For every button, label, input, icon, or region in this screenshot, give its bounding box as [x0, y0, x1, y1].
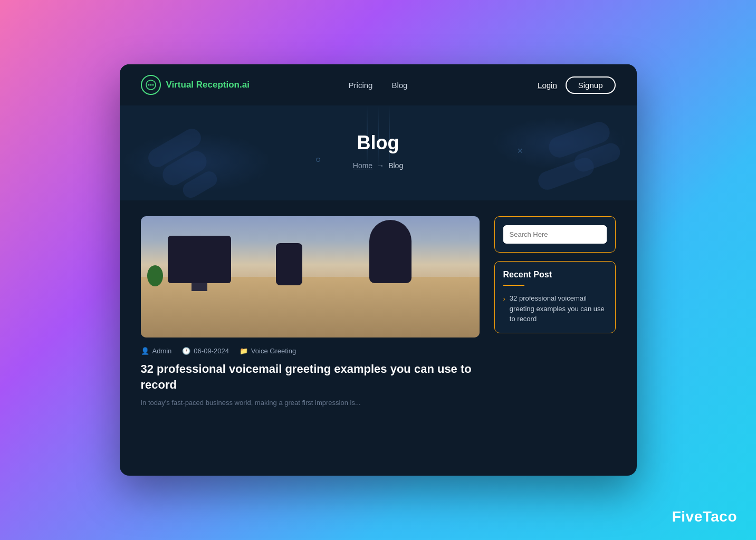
hero-title: Blog: [141, 132, 616, 154]
svg-point-1: [148, 84, 149, 86]
nav-actions: Login Signup: [538, 76, 615, 94]
fivetaco-watermark: FiveTaco: [672, 508, 737, 525]
meta-category: 📁 Voice Greeting: [240, 347, 296, 355]
chevron-right-icon: ›: [503, 294, 505, 304]
logo: Virtual Reception.ai: [141, 75, 250, 95]
nav-blog[interactable]: Blog: [391, 81, 407, 90]
article-title: 32 professional voicemail greeting examp…: [141, 361, 480, 392]
person-silhouette: [369, 220, 412, 283]
article-section: 👤 Admin 🕐 06-09-2024 📁 Voice Greeting 32…: [141, 216, 480, 408]
monitor: [168, 236, 231, 283]
article-image: [141, 216, 480, 338]
content-area: 👤 Admin 🕐 06-09-2024 📁 Voice Greeting 32…: [120, 200, 637, 424]
meta-author: 👤 Admin: [141, 347, 172, 355]
browser-window: Virtual Reception.ai Pricing Blog Login …: [120, 64, 637, 476]
recent-post-box: Recent Post › 32 professional voicemail …: [494, 261, 616, 333]
folder-icon: 📁: [240, 347, 248, 355]
breadcrumb-home[interactable]: Home: [353, 161, 372, 170]
search-input-wrapper: [503, 225, 607, 244]
recent-post-title: Recent Post: [503, 270, 607, 279]
recent-post-item[interactable]: › 32 professional voicemail greeting exa…: [503, 293, 607, 324]
svg-point-2: [150, 84, 151, 86]
login-button[interactable]: Login: [538, 81, 557, 90]
search-button[interactable]: [605, 225, 607, 244]
recent-post-divider: [503, 285, 524, 286]
svg-point-3: [152, 84, 154, 86]
nav-links: Pricing Blog: [349, 81, 408, 90]
logo-icon: [141, 75, 161, 95]
phone-stand: [276, 243, 302, 285]
logo-text: Virtual Reception.ai: [166, 80, 250, 90]
meta-date: 🕐 06-09-2024: [182, 347, 229, 355]
signup-button[interactable]: Signup: [566, 76, 616, 94]
shape-6: [535, 155, 596, 192]
hero-section: × Blog Home → Blog: [120, 105, 637, 200]
breadcrumb-arrow: →: [377, 161, 384, 170]
shape-3: [180, 169, 220, 200]
breadcrumb-current: Blog: [388, 161, 403, 170]
navbar: Virtual Reception.ai Pricing Blog Login …: [120, 64, 637, 105]
clock-icon: 🕐: [182, 347, 190, 355]
nav-pricing[interactable]: Pricing: [349, 81, 373, 90]
user-icon: 👤: [141, 347, 149, 355]
breadcrumb: Home → Blog: [141, 161, 616, 170]
search-input[interactable]: [503, 226, 605, 243]
office-scene: [141, 216, 480, 338]
search-box: [494, 216, 616, 253]
article-excerpt: In today's fast-paced business world, ma…: [141, 398, 480, 408]
sidebar: Recent Post › 32 professional voicemail …: [494, 216, 616, 408]
article-meta: 👤 Admin 🕐 06-09-2024 📁 Voice Greeting: [141, 347, 480, 355]
